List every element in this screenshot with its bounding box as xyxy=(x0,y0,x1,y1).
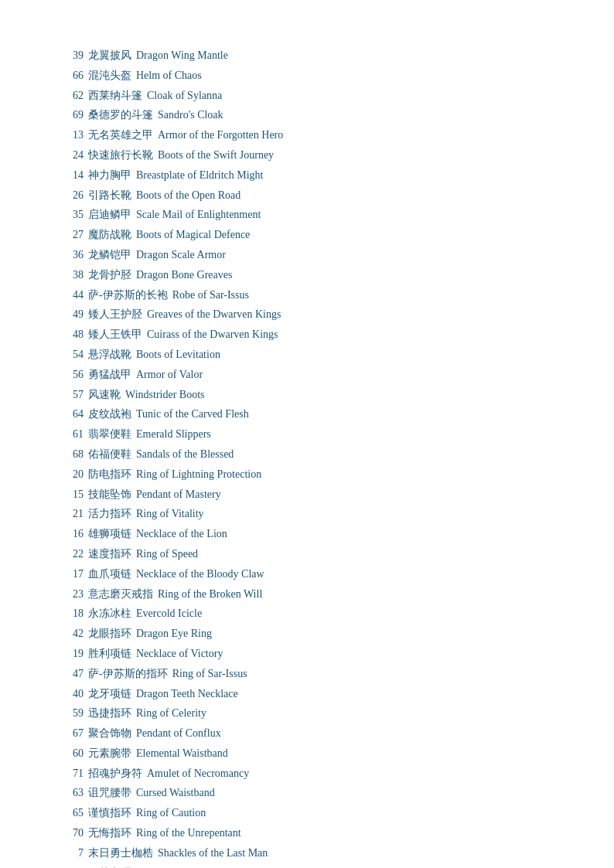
list-item: 47萨-伊苏斯的指环Ring of Sar-Issus xyxy=(62,665,552,683)
item-id: 49 xyxy=(62,305,84,324)
item-chinese: 龙鳞铠甲 xyxy=(88,246,131,264)
list-item: 48矮人王铁甲Cuirass of the Dwarven Kings xyxy=(62,325,552,344)
list-item: 71招魂护身符Amulet of Necromancy xyxy=(62,764,552,783)
item-id: 20 xyxy=(62,465,84,484)
item-id: 44 xyxy=(62,286,84,305)
list-item: 62西莱纳斗篷Cloak of Sylanna xyxy=(62,87,552,105)
item-english: Ring of Lightning Protection xyxy=(136,465,261,484)
item-chinese: 勇猛战甲 xyxy=(88,366,131,384)
list-item: 35启迪鳞甲Scale Mail of Enlightenment xyxy=(62,206,552,224)
item-chinese: 矮人王铁甲 xyxy=(88,325,142,344)
item-chinese: 亚莎之泪 xyxy=(88,864,131,868)
list-item: 42龙眼指环Dragon Eye Ring xyxy=(62,625,552,643)
list-item: 64皮纹战袍Tunic of the Carved Flesh xyxy=(62,405,552,424)
item-english: Windstrider Boots xyxy=(125,386,204,404)
item-id: 62 xyxy=(62,87,84,105)
item-english: Cloak of Sylanna xyxy=(147,87,222,105)
item-list: 39龙翼披风Dragon Wing Mantle66混沌头盔Helm of Ch… xyxy=(62,46,552,868)
item-chinese: 技能坠饰 xyxy=(88,485,131,504)
item-english: Dragon Teeth Necklace xyxy=(136,685,238,703)
item-english: Pendant of Mastery xyxy=(136,485,221,504)
item-id: 56 xyxy=(62,366,84,384)
item-english: Emerald Slippers xyxy=(136,425,211,444)
item-chinese: 风速靴 xyxy=(88,386,121,404)
list-item: 39龙翼披风Dragon Wing Mantle xyxy=(62,46,552,65)
list-item: 60元素腕带Elemental Waistband xyxy=(62,744,552,763)
item-chinese: 意志磨灭戒指 xyxy=(88,585,153,604)
item-english: Boots of Levitation xyxy=(136,345,220,364)
list-item: 69桑德罗的斗篷Sandro's Cloak xyxy=(62,106,552,124)
list-item: 59迅捷指环Ring of Celerity xyxy=(62,704,552,723)
item-chinese: 翡翠便鞋 xyxy=(88,425,131,444)
list-item: 40龙牙项链Dragon Teeth Necklace xyxy=(62,685,552,703)
item-english: Ring of the Unrepentant xyxy=(136,824,241,842)
item-id: 26 xyxy=(62,186,84,205)
item-id: 7 xyxy=(62,844,84,863)
item-english: Dragon Wing Mantle xyxy=(136,46,228,65)
item-chinese: 迅捷指环 xyxy=(88,704,131,723)
list-item: 38龙骨护胫Dragon Bone Greaves xyxy=(62,266,552,284)
item-id: 48 xyxy=(62,325,84,344)
item-english: Robe of Sar-Issus xyxy=(172,286,249,305)
item-id: 13 xyxy=(62,126,84,145)
item-chinese: 桑德罗的斗篷 xyxy=(88,106,153,124)
list-item: 63诅咒腰带Cursed Waistband xyxy=(62,784,552,802)
item-english: Sandro's Cloak xyxy=(158,106,223,124)
item-english: Necklace of the Lion xyxy=(136,525,227,543)
item-english: Helm of Chaos xyxy=(136,66,202,85)
item-chinese: 引路长靴 xyxy=(88,186,131,205)
item-id: 66 xyxy=(62,66,84,85)
item-english: Boots of Magical Defence xyxy=(136,226,250,244)
item-english: Boots of the Open Road xyxy=(136,186,240,205)
item-id: 19 xyxy=(62,645,84,663)
item-chinese: 神力胸甲 xyxy=(88,166,131,185)
item-english: Boots of the Swift Journey xyxy=(158,146,274,165)
item-chinese: 胜利项链 xyxy=(88,645,131,663)
item-english: Elemental Waistband xyxy=(136,744,228,763)
item-english: Breastplate of Eldritch Might xyxy=(136,166,263,185)
list-item: 27魔防战靴Boots of Magical Defence xyxy=(62,226,552,244)
list-item: 54悬浮战靴Boots of Levitation xyxy=(62,345,552,364)
item-id: 39 xyxy=(62,46,84,65)
list-item: 68佑福便鞋Sandals of the Blessed xyxy=(62,445,552,464)
list-item: 16雄狮项链Necklace of the Lion xyxy=(62,525,552,543)
item-id: 36 xyxy=(62,246,84,264)
item-english: Dragon Scale Armor xyxy=(136,246,226,264)
item-id: 70 xyxy=(62,824,84,842)
item-chinese: 龙牙项链 xyxy=(88,685,131,703)
item-english: Cuirass of the Dwarven Kings xyxy=(147,325,278,344)
item-id: 22 xyxy=(62,545,84,563)
item-id: 57 xyxy=(62,386,84,404)
item-english: Tunic of the Carved Flesh xyxy=(136,405,249,424)
item-chinese: 萨-伊苏斯的长袍 xyxy=(88,286,168,305)
item-id: 60 xyxy=(62,744,84,763)
list-item: 57风速靴Windstrider Boots xyxy=(62,386,552,404)
item-id: 65 xyxy=(62,804,84,822)
item-chinese: 启迪鳞甲 xyxy=(88,206,131,224)
item-chinese: 防电指环 xyxy=(88,465,131,484)
item-chinese: 魔防战靴 xyxy=(88,226,131,244)
list-item: 56勇猛战甲Armor of Valor xyxy=(62,366,552,384)
item-id: 15 xyxy=(62,485,84,504)
item-chinese: 矮人王护胫 xyxy=(88,305,142,324)
list-item: 21活力指环Ring of Vitality xyxy=(62,505,552,523)
item-english: Necklace of Victory xyxy=(136,645,223,663)
list-item: 18永冻冰柱Evercold Icicle xyxy=(62,604,552,623)
item-english: Ring of Vitality xyxy=(136,505,204,523)
list-item: 24快速旅行长靴Boots of the Swift Journey xyxy=(62,146,552,165)
list-item: 67聚合饰物Pendant of Conflux xyxy=(62,724,552,743)
item-chinese: 西莱纳斗篷 xyxy=(88,87,142,105)
list-item: 13无名英雄之甲Armor of the Forgotten Hero xyxy=(62,126,552,145)
item-chinese: 元素腕带 xyxy=(88,744,131,763)
item-id: 14 xyxy=(62,166,84,185)
item-chinese: 皮纹战袍 xyxy=(88,405,131,424)
item-id: 42 xyxy=(62,625,84,643)
item-id: 64 xyxy=(62,405,84,424)
item-english: Ring of Caution xyxy=(136,804,206,822)
item-chinese: 末日勇士枷梏 xyxy=(88,844,153,863)
item-english: Necklace of the Bloody Claw xyxy=(136,565,264,584)
item-id: 35 xyxy=(62,206,84,224)
item-chinese: 招魂护身符 xyxy=(88,764,142,783)
item-chinese: 活力指环 xyxy=(88,505,131,523)
item-chinese: 快速旅行长靴 xyxy=(88,146,153,165)
